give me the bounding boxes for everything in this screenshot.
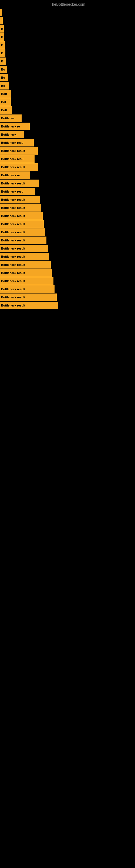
bar-row: Bottleneck result	[0, 204, 135, 212]
bar-item: Bottleneck result	[0, 285, 54, 293]
bar-row: B	[0, 25, 135, 33]
bar-row: Bott	[0, 106, 135, 114]
bar-row: Bottleneck result	[0, 277, 135, 285]
bar-item: Bottleneck result	[0, 228, 45, 236]
bar-item: Bot	[0, 98, 11, 106]
bar-row: B	[0, 41, 135, 49]
bar-item: Bottlenec	[0, 115, 21, 122]
bar-item: Bottleneck re	[0, 123, 30, 130]
bar-row: B	[0, 50, 135, 57]
bar-row: Bottleneck result	[0, 261, 135, 269]
bar-item: Bo	[0, 74, 8, 82]
bar-row: Bottleneck result	[0, 237, 135, 244]
bar-item: Bo	[0, 66, 7, 73]
bar-item	[0, 17, 3, 24]
bar-item: Bottleneck result	[0, 237, 46, 244]
bar-row: Bottleneck result	[0, 228, 135, 236]
bar-item: Bottleneck result	[0, 253, 49, 260]
bar-row: B	[0, 58, 135, 65]
bar-row: Bottleneck resu	[0, 155, 135, 163]
bar-row	[0, 17, 135, 24]
bar-row: Bottleneck resu	[0, 139, 135, 147]
bar-item: Bottleneck result	[0, 277, 53, 285]
bar-item: Bott	[0, 106, 12, 114]
bar-item: Bottleneck result	[0, 245, 48, 252]
bar-item: B	[0, 25, 4, 33]
bar-item: Bottleneck result	[0, 220, 44, 228]
bar-row: Bottleneck re	[0, 172, 135, 179]
bar-row: Bottleneck re	[0, 123, 135, 130]
bar-item: Bottleneck	[0, 131, 24, 138]
bar-row: Bottleneck result	[0, 147, 135, 155]
bar-item: Bottleneck result	[0, 204, 41, 212]
bar-row: Bo	[0, 66, 135, 73]
bar-item: B	[0, 58, 6, 65]
bar-row: Bottleneck result	[0, 245, 135, 252]
bar-row: Bottleneck result	[0, 220, 135, 228]
bar-item: Bottleneck result	[0, 293, 57, 301]
bar-row: Bottleneck result	[0, 269, 135, 277]
bar-item: Bottleneck result	[0, 180, 39, 187]
bars-container: BBBBBBoBoBoBottBotBottBottlenecBottlenec…	[0, 9, 135, 309]
bar-row: Bottleneck result	[0, 163, 135, 171]
bar-item: Bottleneck result	[0, 302, 58, 309]
bar-row: Bottleneck result	[0, 196, 135, 204]
bar-row: Bottleneck result	[0, 293, 135, 301]
bar-row: Bottleneck result	[0, 285, 135, 293]
bar-item: Bott	[0, 90, 11, 98]
bar-item: Bottleneck result	[0, 269, 52, 277]
bar-row: B	[0, 33, 135, 41]
bar-row: Bott	[0, 90, 135, 98]
bar-item: B	[0, 41, 5, 49]
bar-row: Bottleneck result	[0, 180, 135, 187]
bar-row: Bottleneck	[0, 131, 135, 138]
bar-item: Bottleneck result	[0, 196, 40, 204]
bar-row: Bottleneck result	[0, 253, 135, 260]
bar-row: Bo	[0, 74, 135, 82]
bar-item: Bo	[0, 82, 9, 90]
bar-row: Bo	[0, 82, 135, 90]
bar-row	[0, 9, 135, 16]
bar-item	[0, 9, 2, 16]
bar-item: Bottleneck resu	[0, 139, 34, 147]
bar-item: Bottleneck result	[0, 147, 38, 155]
bar-item: Bottleneck result	[0, 163, 38, 171]
site-title: TheBottlenecker.com	[0, 0, 135, 9]
bar-row: Bot	[0, 98, 135, 106]
bar-item: Bottleneck result	[0, 212, 43, 220]
bar-item: Bottleneck resu	[0, 155, 35, 163]
bar-row: Bottleneck result	[0, 302, 135, 309]
bar-row: Bottleneck result	[0, 212, 135, 220]
bar-item: Bottleneck re	[0, 172, 30, 179]
bar-item: Bottleneck resu	[0, 188, 35, 195]
bar-row: Bottlenec	[0, 115, 135, 122]
bar-item: Bottleneck result	[0, 261, 51, 269]
bar-item: B	[0, 50, 5, 57]
bar-item: B	[0, 33, 4, 41]
bar-row: Bottleneck resu	[0, 188, 135, 195]
